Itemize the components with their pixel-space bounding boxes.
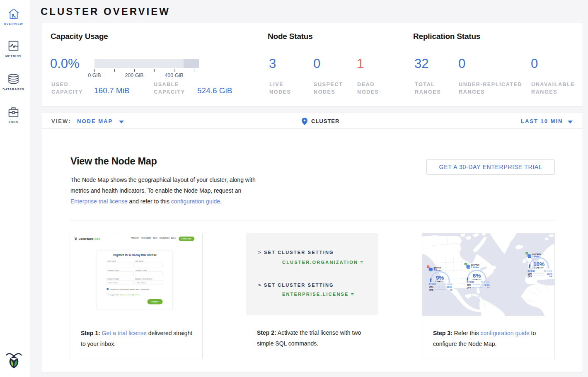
svg-text:CAPACITY: CAPACITY <box>472 279 482 280</box>
svg-text:42.5%: 42.5% <box>484 284 489 286</box>
svg-text:CPU: CPU <box>429 286 433 288</box>
svg-text:geo=nyc: geo=nyc <box>471 264 479 266</box>
svg-text:3.6 GiB: 3.6 GiB <box>528 270 535 272</box>
svg-text:CPU: CPU <box>528 273 532 275</box>
svg-text:12.3%: 12.3% <box>547 273 552 275</box>
svg-text:0.4: 0.4 <box>549 276 552 278</box>
svg-text:3.7 GiB: 3.7 GiB <box>467 281 474 283</box>
svg-text:QPS: QPS <box>429 289 433 291</box>
svg-text:10%: 10% <box>533 261 544 267</box>
svg-text:CAPACITY: CAPACITY <box>534 267 544 269</box>
svg-text:2 Nodes: 2 Nodes <box>434 269 442 271</box>
svg-text:65.7 GiB: 65.7 GiB <box>481 281 489 283</box>
svg-text:2 Nodes: 2 Nodes <box>471 266 479 268</box>
svg-text:3.2 GiB: 3.2 GiB <box>429 283 436 285</box>
svg-text:6%: 6% <box>473 273 481 279</box>
svg-text:0.0: 0.0 <box>487 287 490 289</box>
svg-text:11.0%: 11.0% <box>447 286 452 288</box>
svg-text:4.7: 4.7 <box>450 289 452 291</box>
svg-text:geo=sfo: geo=sfo <box>434 267 442 269</box>
svg-text:QPS: QPS <box>467 287 471 289</box>
svg-text:35.1 GiB: 35.1 GiB <box>444 283 452 285</box>
svg-text:36.4 GiB: 36.4 GiB <box>544 270 552 272</box>
svg-text:9%: 9% <box>436 275 444 281</box>
svg-text:CAPACITY: CAPACITY <box>435 281 445 283</box>
svg-text:CPU: CPU <box>467 284 471 286</box>
svg-text:QPS: QPS <box>528 276 532 278</box>
svg-text:geo=ams: geo=ams <box>532 253 541 255</box>
